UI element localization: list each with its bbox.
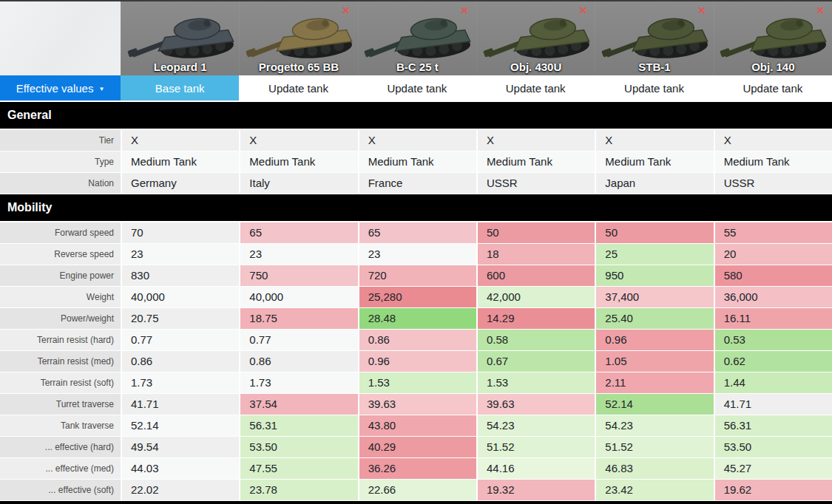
effective-values-label: Effective values: [16, 82, 94, 95]
value-cell: X: [478, 130, 595, 151]
row-label: Turret traverse: [0, 394, 121, 415]
value-cell: 28.48: [359, 308, 476, 329]
value-cell: 52.14: [596, 394, 713, 415]
next-section-edge: [0, 501, 832, 504]
value-cell: 0.96: [359, 351, 476, 372]
table-row-reverse-speed: Reverse speed232323182520: [0, 244, 832, 265]
value-cell: 23: [359, 244, 476, 265]
value-cell: X: [596, 130, 713, 151]
value-cell: 54.23: [478, 415, 595, 436]
row-label: ... effective (hard): [0, 437, 121, 457]
chevron-down-icon: ▼: [98, 86, 104, 92]
value-cell: 65: [240, 222, 357, 243]
tank-header-b-c-25-t[interactable]: B-C 25 t✕: [358, 1, 476, 75]
row-label: Tier: [0, 130, 121, 151]
value-cell: 22.66: [359, 480, 476, 500]
header-spacer: [0, 1, 121, 75]
table-row-forward-speed: Forward speed706565505055: [0, 222, 832, 243]
remove-tank-button[interactable]: ✕: [697, 5, 706, 16]
effective-values-dropdown[interactable]: Effective values ▼: [0, 75, 121, 101]
value-cell: 0.62: [715, 351, 832, 372]
value-cell: 23: [122, 244, 239, 265]
value-cell: 720: [359, 265, 476, 286]
value-cell: X: [122, 130, 239, 151]
value-cell: 41.71: [122, 394, 239, 415]
tank-image: [481, 2, 592, 64]
row-label: Type: [0, 151, 121, 172]
value-cell: 39.63: [359, 394, 476, 415]
value-cell: USSR: [478, 173, 595, 194]
value-cell: USSR: [715, 173, 832, 194]
table-row-effective-soft: ... effective (soft)22.0223.7822.6619.32…: [0, 480, 832, 500]
remove-tank-button[interactable]: ✕: [579, 5, 588, 16]
table-row-power-weight: Power/weight20.7518.7528.4814.2925.4016.…: [0, 308, 832, 329]
value-cell: 44.16: [478, 458, 595, 479]
value-cell: 22.02: [122, 480, 239, 500]
value-cell: 23.78: [240, 480, 357, 500]
table-row-nation: NationGermanyItalyFranceUSSRJapanUSSR: [0, 173, 832, 194]
value-cell: 0.53: [715, 330, 832, 350]
value-cell: X: [715, 130, 832, 151]
remove-tank-button[interactable]: ✕: [460, 5, 469, 16]
update-tank-button-progetto-65-bb[interactable]: Update tank: [239, 75, 357, 101]
tank-header-obj-430u[interactable]: Obj. 430U✕: [476, 1, 595, 75]
table-row-terrain-resist-med: Terrain resist (med)0.860.860.960.671.05…: [0, 351, 832, 372]
base-tank-button[interactable]: Base tank: [121, 75, 239, 101]
value-cell: 36,000: [715, 287, 832, 307]
value-cell: 19.32: [478, 480, 595, 500]
value-cell: 42,000: [478, 287, 595, 307]
value-cell: 0.67: [478, 351, 595, 372]
row-label: Reverse speed: [0, 244, 121, 265]
row-label: Tank traverse: [0, 415, 121, 436]
value-cell: X: [240, 130, 357, 151]
value-cell: 0.77: [122, 330, 239, 350]
table-row-effective-med: ... effective (med)44.0347.5536.2644.164…: [0, 458, 832, 479]
update-tank-button-obj-430u[interactable]: Update tank: [476, 75, 595, 101]
table-row-turret-traverse: Turret traverse41.7137.5439.6339.6352.14…: [0, 394, 832, 415]
value-cell: 580: [715, 265, 832, 286]
row-label: Forward speed: [0, 222, 121, 243]
row-label: Terrain resist (soft): [0, 372, 121, 393]
table-row-terrain-resist-hard: Terrain resist (hard)0.770.770.860.580.9…: [0, 330, 832, 350]
update-tank-button-obj-140[interactable]: Update tank: [714, 75, 832, 101]
value-cell: 40.29: [359, 437, 476, 457]
tank-header-obj-140[interactable]: Obj. 140✕: [714, 1, 832, 75]
tank-name-label: B-C 25 t: [359, 61, 476, 73]
value-cell: 41.71: [715, 394, 832, 415]
update-tank-button-stb-1[interactable]: Update tank: [595, 75, 713, 101]
value-cell: 19.62: [715, 480, 832, 500]
tank-header-row: Leopard 1Progetto 65 BB✕B-C 25 t✕Obj. 43…: [0, 1, 832, 75]
remove-tank-button[interactable]: ✕: [816, 5, 825, 16]
value-cell: 36.26: [359, 458, 476, 479]
row-label: Engine power: [0, 265, 121, 286]
value-cell: 40,000: [122, 287, 239, 307]
tank-name-label: Obj. 140: [714, 61, 832, 73]
value-cell: 56.31: [240, 415, 357, 436]
value-cell: Medium Tank: [596, 151, 713, 172]
value-cell: 18.75: [240, 308, 357, 329]
tank-header-progetto-65-bb[interactable]: Progetto 65 BB✕: [239, 1, 357, 75]
value-cell: 20.75: [122, 308, 239, 329]
tank-header-leopard-1[interactable]: Leopard 1: [121, 1, 239, 75]
value-cell: 50: [478, 222, 595, 243]
value-cell: 46.83: [596, 458, 713, 479]
value-cell: 47.55: [240, 458, 357, 479]
value-cell: Medium Tank: [715, 151, 832, 172]
value-cell: France: [359, 173, 476, 194]
comparison-sections: GeneralTierXXXXXXTypeMedium TankMedium T…: [0, 102, 832, 500]
tank-name-label: STB-1: [595, 61, 713, 73]
value-cell: Germany: [122, 173, 239, 194]
row-label: Power/weight: [0, 308, 121, 329]
value-cell: 2.11: [596, 372, 713, 393]
tank-comparison-page: Leopard 1Progetto 65 BB✕B-C 25 t✕Obj. 43…: [0, 0, 832, 504]
value-cell: 20: [715, 244, 832, 265]
row-label: Terrain resist (med): [0, 351, 121, 372]
remove-tank-button[interactable]: ✕: [342, 5, 351, 16]
section-header-general: General: [0, 102, 832, 129]
update-tank-button-b-c-25-t[interactable]: Update tank: [358, 75, 476, 101]
value-cell: Medium Tank: [478, 151, 595, 172]
value-cell: 50: [596, 222, 713, 243]
value-cell: 25: [596, 244, 713, 265]
table-row-terrain-resist-soft: Terrain resist (soft)1.731.731.531.532.1…: [0, 372, 832, 393]
tank-header-stb-1[interactable]: STB-1✕: [595, 1, 713, 75]
